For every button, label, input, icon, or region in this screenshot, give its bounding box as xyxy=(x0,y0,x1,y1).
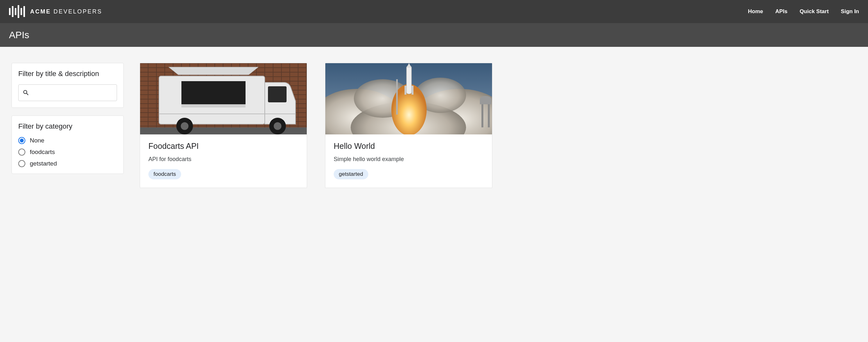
radio-label: getstarted xyxy=(30,160,57,167)
nav-quick-start[interactable]: Quick Start xyxy=(800,8,829,15)
api-card-grid: Foodcarts API API for foodcarts foodcart… xyxy=(140,63,857,188)
filter-category-panel: Filter by category None foodcarts getsta… xyxy=(11,115,124,174)
svg-rect-28 xyxy=(396,79,398,115)
nav-sign-in[interactable]: Sign In xyxy=(841,8,859,15)
nav-home[interactable]: Home xyxy=(748,8,763,15)
svg-point-10 xyxy=(181,122,188,130)
svg-rect-20 xyxy=(406,66,411,94)
svg-point-12 xyxy=(274,122,281,130)
category-radio-foodcarts[interactable]: foodcarts xyxy=(18,148,117,155)
svg-rect-27 xyxy=(480,99,491,104)
search-icon xyxy=(23,89,30,96)
svg-rect-22 xyxy=(404,86,406,95)
filter-category-title: Filter by category xyxy=(18,122,117,131)
radio-label: foodcarts xyxy=(30,148,55,155)
filter-sidebar: Filter by title & description Filter by … xyxy=(11,63,124,188)
card-description: API for foodcarts xyxy=(148,156,299,163)
brand-light: DEVELOPERS xyxy=(54,8,102,15)
svg-rect-25 xyxy=(488,102,490,127)
brand-text: ACME DEVELOPERS xyxy=(30,8,102,15)
card-body: Foodcarts API API for foodcarts foodcart… xyxy=(140,135,307,188)
radio-icon xyxy=(18,148,25,155)
search-field-wrapper[interactable] xyxy=(18,84,117,101)
radio-icon xyxy=(18,137,25,144)
filter-text-panel: Filter by title & description xyxy=(11,63,124,108)
logo-bars-icon xyxy=(9,5,25,18)
brand-bold: ACME xyxy=(30,8,51,15)
api-card-foodcarts[interactable]: Foodcarts API API for foodcarts foodcart… xyxy=(140,63,307,188)
radio-icon xyxy=(18,160,25,167)
card-description: Simple hello world example xyxy=(334,156,484,163)
main-content: Filter by title & description Filter by … xyxy=(0,47,868,204)
card-body: Hello World Simple hello world example g… xyxy=(326,135,492,188)
search-input[interactable] xyxy=(33,90,113,95)
svg-rect-24 xyxy=(482,102,483,127)
category-radio-none[interactable]: None xyxy=(18,137,117,144)
api-card-hello-world[interactable]: Hello World Simple hello world example g… xyxy=(325,63,492,188)
primary-nav: Home APIs Quick Start Sign In xyxy=(748,8,859,15)
svg-rect-7 xyxy=(181,104,246,108)
svg-rect-23 xyxy=(411,86,413,95)
radio-label: None xyxy=(30,137,44,144)
card-tag[interactable]: getstarted xyxy=(334,169,368,179)
svg-rect-6 xyxy=(181,81,246,104)
card-title: Hello World xyxy=(334,141,484,151)
brand-logo[interactable]: ACME DEVELOPERS xyxy=(9,5,102,18)
card-image-rocket xyxy=(326,63,492,135)
page-subheader: APIs xyxy=(0,23,868,47)
filter-text-title: Filter by title & description xyxy=(18,69,117,78)
svg-rect-5 xyxy=(268,86,286,102)
page-title: APIs xyxy=(9,30,859,40)
category-radio-getstarted[interactable]: getstarted xyxy=(18,160,117,167)
card-image-foodtruck xyxy=(140,63,307,135)
card-title: Foodcarts API xyxy=(148,141,299,151)
category-list: None foodcarts getstarted xyxy=(18,137,117,167)
card-tag[interactable]: foodcarts xyxy=(148,169,181,179)
top-navbar: ACME DEVELOPERS Home APIs Quick Start Si… xyxy=(0,0,868,23)
nav-apis[interactable]: APIs xyxy=(775,8,787,15)
